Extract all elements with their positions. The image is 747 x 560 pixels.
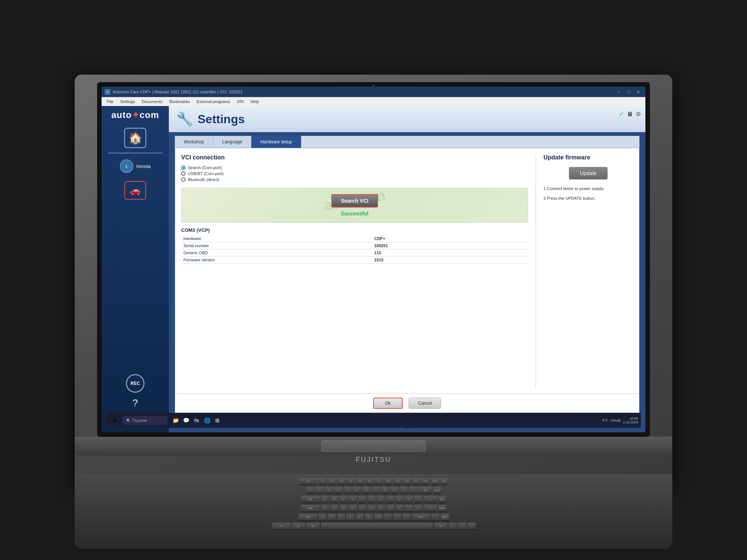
radio-search-com[interactable]: Search (Com-port) bbox=[181, 165, 528, 170]
key-x: X bbox=[328, 514, 336, 521]
key-9: 9 bbox=[390, 487, 399, 494]
ok-button[interactable]: Ok bbox=[373, 398, 403, 409]
key-q: Q bbox=[321, 496, 329, 503]
instruction-2: 2.Press the UPDATE button. bbox=[543, 195, 633, 202]
car-diagnostics-icon[interactable]: 🚗 bbox=[124, 181, 146, 200]
key-minus: - bbox=[409, 487, 417, 494]
taskbar-edge-icon[interactable]: 🌐 bbox=[202, 416, 211, 425]
key-k: K bbox=[386, 505, 394, 512]
radio-bluetooth[interactable]: Bluetooth (direct) bbox=[181, 177, 528, 182]
tab-hardware-setup[interactable]: Hardware setup bbox=[251, 136, 301, 148]
key-slash: / bbox=[402, 514, 410, 521]
key-semicolon: ; bbox=[405, 505, 413, 512]
menu-help[interactable]: Help bbox=[247, 99, 262, 105]
key-v: V bbox=[346, 514, 354, 521]
menu-settings[interactable]: Settings bbox=[117, 99, 138, 105]
firmware-section: Update firmware Update 1.Connect tester … bbox=[543, 154, 633, 388]
minimize-button[interactable]: ─ bbox=[615, 88, 623, 95]
serial-label: Serial number bbox=[181, 242, 372, 249]
key-3: 3 bbox=[334, 487, 342, 494]
taskbar-store-icon[interactable]: 🛍 bbox=[192, 416, 201, 425]
firmware-instructions: 1.Connect tester to power supply. 2.Pres… bbox=[543, 186, 633, 202]
touchpad[interactable] bbox=[321, 441, 426, 452]
key-z: Z bbox=[318, 514, 326, 521]
menu-bar: File Settings Documents Bookmarks Extern… bbox=[102, 97, 645, 106]
sidebar: auto✦com 🏠 ‹ Honda 🚗 REC ? bbox=[102, 106, 169, 432]
key-f10: F10 bbox=[403, 478, 411, 485]
tab-workshop[interactable]: Workshop bbox=[175, 136, 213, 148]
weather-temp: 5°C bbox=[602, 419, 608, 422]
tabs-bar: Workshop Language Hardware setup bbox=[175, 136, 639, 148]
key-e: E bbox=[340, 496, 348, 503]
vci-search-area: Search VCI Successful bbox=[181, 188, 528, 223]
taskbar-search[interactable]: 🔍 Търсене bbox=[123, 416, 167, 425]
taskbar-chat-icon[interactable]: 💬 bbox=[182, 416, 190, 425]
key-o: O bbox=[396, 496, 404, 503]
com-section: COM3 (VCP) Hardware CDP+ Serial number bbox=[181, 227, 528, 264]
key-5: 5 bbox=[353, 487, 361, 494]
menu-bookmarks[interactable]: Bookmarks bbox=[166, 99, 193, 105]
key-ctrl-l: Ctrl bbox=[272, 523, 291, 530]
menu-external[interactable]: External programs bbox=[193, 99, 233, 105]
key-pgdn: PgDn bbox=[441, 514, 449, 521]
key-tab: Tab bbox=[301, 496, 320, 503]
header-right-icons: ✓ 🖥 ⚙ bbox=[619, 111, 641, 118]
taskbar-apps-icon[interactable]: ⊞ bbox=[213, 416, 222, 425]
key-backspace: ⌫ bbox=[418, 487, 432, 494]
key-f5: F5 bbox=[356, 478, 364, 485]
table-row: Firmware version 1513 bbox=[181, 256, 528, 264]
help-button[interactable]: ? bbox=[133, 397, 138, 409]
update-firmware-button[interactable]: Update bbox=[569, 167, 607, 180]
key-2: 2 bbox=[325, 487, 333, 494]
close-button[interactable]: ✕ bbox=[634, 88, 642, 95]
sidebar-back-area: ‹ Honda bbox=[120, 159, 151, 173]
windows-start-button[interactable]: ⊞ bbox=[109, 415, 120, 426]
menu-vin[interactable]: VIN bbox=[234, 99, 247, 105]
maximize-button[interactable]: □ bbox=[624, 88, 633, 95]
keyboard-row-4: Caps A S D F G H J K L ; ' ⏎ PgUp bbox=[301, 505, 446, 512]
search-vci-button[interactable]: Search VCI bbox=[331, 194, 378, 208]
menu-documents[interactable]: Documents bbox=[139, 99, 165, 105]
key-f1: F1 bbox=[319, 478, 327, 485]
key-u: U bbox=[377, 496, 385, 503]
screen: A Autocom Cars CDP+ | Release 2021 (2021… bbox=[102, 87, 645, 432]
menu-file[interactable]: File bbox=[104, 99, 117, 105]
logo-accent: ✦ bbox=[132, 110, 140, 120]
app-icon: A bbox=[105, 89, 111, 95]
laptop-shell: A Autocom Cars CDP+ | Release 2021 (2021… bbox=[75, 75, 672, 485]
cancel-button[interactable]: Cancel bbox=[409, 398, 441, 409]
table-row: Hardware CDP+ bbox=[181, 235, 528, 242]
key-win: ⊞ bbox=[292, 523, 305, 530]
key-f: F bbox=[349, 505, 357, 512]
key-enter2: ⏎ bbox=[424, 505, 437, 512]
key-f11: F11 bbox=[412, 478, 420, 485]
main-panel: 🔧 Settings ✓ 🖥 ⚙ Workshop Language Hardw… bbox=[169, 106, 645, 432]
tab-language[interactable]: Language bbox=[213, 136, 251, 148]
taskbar: ⊞ 🔍 Търсене 📁 💬 🛍 🌐 ⊞ 5°C Cloudy 10:5 bbox=[106, 413, 641, 428]
rec-label: REC bbox=[130, 381, 140, 386]
serial-value: 100251 bbox=[372, 242, 528, 249]
key-g: G bbox=[358, 505, 366, 512]
key-pgup: PgUp bbox=[438, 505, 446, 512]
gear-icon: ⚙ bbox=[636, 111, 641, 118]
key-shift-l: Shift bbox=[298, 514, 317, 521]
taskbar-explorer-icon[interactable]: 📁 bbox=[171, 416, 180, 425]
date-display: 1.12.2023 bbox=[623, 420, 638, 424]
key-end: End bbox=[438, 496, 446, 503]
key-quote: ' bbox=[414, 505, 422, 512]
key-w: W bbox=[330, 496, 338, 503]
firmware-label: Firmware version bbox=[181, 256, 372, 264]
home-button[interactable]: 🏠 bbox=[124, 128, 146, 148]
key-comma: , bbox=[384, 514, 392, 521]
keyboard-row-3: Tab Q W E R T Y U I O P [ ↵ End bbox=[301, 496, 446, 503]
key-f2: F2 bbox=[328, 478, 336, 485]
keyboard-row-5: Shift Z X C V B N M , . / Shift ↑ PgDn bbox=[298, 514, 449, 521]
back-button[interactable]: ‹ bbox=[120, 159, 133, 173]
rec-button[interactable]: REC bbox=[126, 374, 145, 393]
key-1: 1 bbox=[316, 487, 324, 494]
radio-usb-bt[interactable]: USB/BT (Com-port) bbox=[181, 171, 528, 176]
key-j: J bbox=[377, 505, 385, 512]
firmware-section-title: Update firmware bbox=[543, 154, 633, 161]
radio-dot-search bbox=[181, 165, 186, 170]
key-c: C bbox=[337, 514, 345, 521]
